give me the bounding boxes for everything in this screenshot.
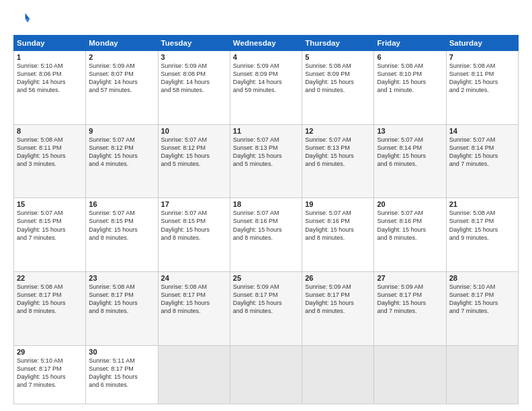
calendar-cell: 29Sunrise: 5:10 AMSunset: 8:17 PMDayligh… <box>14 345 86 404</box>
day-number: 20 <box>377 200 443 208</box>
cell-info: Sunrise: 5:08 AMSunset: 8:09 PMDaylight:… <box>305 62 371 95</box>
calendar-cell: 8Sunrise: 5:08 AMSunset: 8:11 PMDaylight… <box>14 124 86 198</box>
cell-info: Sunrise: 5:08 AMSunset: 8:17 PMDaylight:… <box>17 283 83 316</box>
day-number: 2 <box>89 53 154 61</box>
calendar-cell: 3Sunrise: 5:09 AMSunset: 8:08 PMDaylight… <box>158 51 230 125</box>
day-number: 12 <box>305 127 371 135</box>
cell-info: Sunrise: 5:07 AMSunset: 8:15 PMDaylight:… <box>161 209 227 242</box>
calendar-cell: 7Sunrise: 5:08 AMSunset: 8:11 PMDaylight… <box>446 51 518 125</box>
calendar-cell: 22Sunrise: 5:08 AMSunset: 8:17 PMDayligh… <box>14 272 86 346</box>
day-header-tuesday: Tuesday <box>158 36 230 51</box>
cell-info: Sunrise: 5:09 AMSunset: 8:08 PMDaylight:… <box>161 62 227 95</box>
calendar-cell: 15Sunrise: 5:07 AMSunset: 8:15 PMDayligh… <box>14 198 86 272</box>
calendar-cell: 18Sunrise: 5:07 AMSunset: 8:16 PMDayligh… <box>230 198 302 272</box>
calendar-cell: 23Sunrise: 5:08 AMSunset: 8:17 PMDayligh… <box>86 272 158 346</box>
day-number: 16 <box>89 200 154 208</box>
day-number: 11 <box>233 127 299 135</box>
cell-info: Sunrise: 5:07 AMSunset: 8:13 PMDaylight:… <box>233 136 299 169</box>
cell-info: Sunrise: 5:09 AMSunset: 8:09 PMDaylight:… <box>233 62 299 95</box>
day-number: 19 <box>305 200 371 208</box>
cell-info: Sunrise: 5:07 AMSunset: 8:14 PMDaylight:… <box>449 136 515 169</box>
day-number: 30 <box>89 348 154 356</box>
calendar-cell: 24Sunrise: 5:08 AMSunset: 8:17 PMDayligh… <box>158 272 230 346</box>
calendar-cell: 2Sunrise: 5:09 AMSunset: 8:07 PMDaylight… <box>86 51 158 125</box>
logo-icon <box>13 11 32 30</box>
calendar-cell <box>302 345 374 404</box>
day-number: 10 <box>161 127 227 135</box>
calendar-cell: 5Sunrise: 5:08 AMSunset: 8:09 PMDaylight… <box>302 51 374 125</box>
day-number: 15 <box>17 200 83 208</box>
cell-info: Sunrise: 5:09 AMSunset: 8:17 PMDaylight:… <box>377 283 443 316</box>
cell-info: Sunrise: 5:09 AMSunset: 8:07 PMDaylight:… <box>89 62 154 95</box>
cell-info: Sunrise: 5:08 AMSunset: 8:11 PMDaylight:… <box>449 62 515 95</box>
cell-info: Sunrise: 5:07 AMSunset: 8:16 PMDaylight:… <box>377 209 443 242</box>
day-number: 14 <box>449 127 515 135</box>
day-number: 21 <box>449 200 515 208</box>
day-header-wednesday: Wednesday <box>230 36 302 51</box>
calendar-cell: 1Sunrise: 5:10 AMSunset: 8:06 PMDaylight… <box>14 51 86 125</box>
calendar-table: SundayMondayTuesdayWednesdayThursdayFrid… <box>13 35 519 404</box>
day-number: 3 <box>161 53 227 61</box>
cell-info: Sunrise: 5:07 AMSunset: 8:12 PMDaylight:… <box>161 136 227 169</box>
calendar-cell: 14Sunrise: 5:07 AMSunset: 8:14 PMDayligh… <box>446 124 518 198</box>
logo <box>13 11 35 30</box>
day-number: 28 <box>449 274 515 282</box>
header <box>13 11 519 30</box>
cell-info: Sunrise: 5:08 AMSunset: 8:10 PMDaylight:… <box>377 62 443 95</box>
cell-info: Sunrise: 5:07 AMSunset: 8:16 PMDaylight:… <box>305 209 371 242</box>
calendar-cell: 16Sunrise: 5:07 AMSunset: 8:15 PMDayligh… <box>86 198 158 272</box>
cell-info: Sunrise: 5:11 AMSunset: 8:17 PMDaylight:… <box>89 357 154 390</box>
day-number: 8 <box>17 127 83 135</box>
calendar-cell: 17Sunrise: 5:07 AMSunset: 8:15 PMDayligh… <box>158 198 230 272</box>
calendar-week-2: 8Sunrise: 5:08 AMSunset: 8:11 PMDaylight… <box>14 124 519 198</box>
day-header-thursday: Thursday <box>302 36 374 51</box>
cell-info: Sunrise: 5:10 AMSunset: 8:17 PMDaylight:… <box>449 283 515 316</box>
cell-info: Sunrise: 5:08 AMSunset: 8:17 PMDaylight:… <box>449 209 515 242</box>
cell-info: Sunrise: 5:07 AMSunset: 8:12 PMDaylight:… <box>89 136 154 169</box>
svg-marker-1 <box>26 19 30 22</box>
cell-info: Sunrise: 5:08 AMSunset: 8:17 PMDaylight:… <box>161 283 227 316</box>
calendar-week-4: 22Sunrise: 5:08 AMSunset: 8:17 PMDayligh… <box>14 272 519 346</box>
calendar-cell: 21Sunrise: 5:08 AMSunset: 8:17 PMDayligh… <box>446 198 518 272</box>
calendar-week-3: 15Sunrise: 5:07 AMSunset: 8:15 PMDayligh… <box>14 198 519 272</box>
calendar-cell: 26Sunrise: 5:09 AMSunset: 8:17 PMDayligh… <box>302 272 374 346</box>
cell-info: Sunrise: 5:09 AMSunset: 8:17 PMDaylight:… <box>305 283 371 316</box>
calendar-cell: 13Sunrise: 5:07 AMSunset: 8:14 PMDayligh… <box>374 124 446 198</box>
cell-info: Sunrise: 5:10 AMSunset: 8:17 PMDaylight:… <box>17 357 83 390</box>
calendar-cell: 28Sunrise: 5:10 AMSunset: 8:17 PMDayligh… <box>446 272 518 346</box>
calendar-cell: 11Sunrise: 5:07 AMSunset: 8:13 PMDayligh… <box>230 124 302 198</box>
calendar-cell: 4Sunrise: 5:09 AMSunset: 8:09 PMDaylight… <box>230 51 302 125</box>
day-number: 17 <box>161 200 227 208</box>
calendar-cell: 27Sunrise: 5:09 AMSunset: 8:17 PMDayligh… <box>374 272 446 346</box>
day-number: 5 <box>305 53 371 61</box>
calendar-cell <box>374 345 446 404</box>
calendar-cell: 30Sunrise: 5:11 AMSunset: 8:17 PMDayligh… <box>86 345 158 404</box>
day-number: 26 <box>305 274 371 282</box>
day-number: 7 <box>449 53 515 61</box>
calendar-week-5: 29Sunrise: 5:10 AMSunset: 8:17 PMDayligh… <box>14 345 519 404</box>
calendar-cell <box>446 345 518 404</box>
day-number: 1 <box>17 53 83 61</box>
cell-info: Sunrise: 5:07 AMSunset: 8:13 PMDaylight:… <box>305 136 371 169</box>
calendar-page: SundayMondayTuesdayWednesdayThursdayFrid… <box>0 0 532 411</box>
svg-marker-0 <box>26 13 30 19</box>
day-header-monday: Monday <box>86 36 158 51</box>
day-number: 27 <box>377 274 443 282</box>
calendar-cell: 9Sunrise: 5:07 AMSunset: 8:12 PMDaylight… <box>86 124 158 198</box>
calendar-header-row: SundayMondayTuesdayWednesdayThursdayFrid… <box>14 36 519 51</box>
day-number: 22 <box>17 274 83 282</box>
day-number: 29 <box>17 348 83 356</box>
day-number: 25 <box>233 274 299 282</box>
day-header-saturday: Saturday <box>446 36 518 51</box>
calendar-cell: 6Sunrise: 5:08 AMSunset: 8:10 PMDaylight… <box>374 51 446 125</box>
cell-info: Sunrise: 5:09 AMSunset: 8:17 PMDaylight:… <box>233 283 299 316</box>
calendar-week-1: 1Sunrise: 5:10 AMSunset: 8:06 PMDaylight… <box>14 51 519 125</box>
cell-info: Sunrise: 5:10 AMSunset: 8:06 PMDaylight:… <box>17 62 83 95</box>
calendar-cell <box>230 345 302 404</box>
calendar-body: 1Sunrise: 5:10 AMSunset: 8:06 PMDaylight… <box>14 51 519 404</box>
day-number: 4 <box>233 53 299 61</box>
cell-info: Sunrise: 5:08 AMSunset: 8:17 PMDaylight:… <box>89 283 154 316</box>
day-header-sunday: Sunday <box>14 36 86 51</box>
cell-info: Sunrise: 5:07 AMSunset: 8:14 PMDaylight:… <box>377 136 443 169</box>
cell-info: Sunrise: 5:08 AMSunset: 8:11 PMDaylight:… <box>17 136 83 169</box>
